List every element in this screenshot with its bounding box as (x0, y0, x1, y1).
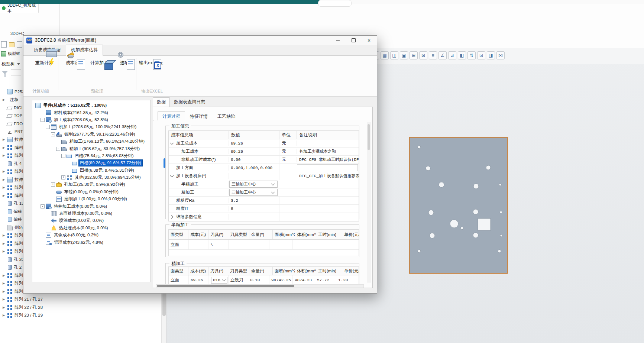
expand-arrow-icon[interactable]: ▶ (3, 234, 7, 237)
column-header[interactable]: 刀具(*) (208, 230, 228, 239)
model-tree-item[interactable]: ▶ 阵列 23 / 孔 29 (0, 311, 161, 320)
table-row[interactable]: 加工方向 0.000,1.000,0.000 (169, 164, 359, 172)
expand-arrow-icon[interactable]: ▶ (3, 194, 7, 197)
tool-dropdown[interactable]: D16 (211, 277, 227, 284)
filter-icon[interactable] (2, 71, 8, 74)
tree-expander[interactable]: + (51, 182, 55, 187)
hole[interactable] (473, 233, 478, 238)
cost-tree-item[interactable]: - 精加工(908.62元, 33.9%;757.18分钟) (32, 145, 151, 152)
tree-expander[interactable]: - (46, 125, 50, 129)
cost-item-value[interactable]: 8 (229, 205, 279, 213)
tree-expander[interactable]: - (41, 118, 45, 122)
app-tab[interactable]: 3DDFC_机加成本 (0, 4, 39, 13)
table-row[interactable]: 加工总成本 69.26 元 (169, 139, 359, 148)
compute-faces-button[interactable]: 计算加工面 (87, 58, 116, 66)
cost-item-value[interactable]: 三轴加工中心 (229, 189, 278, 196)
row-expander[interactable] (169, 156, 175, 164)
column-header[interactable]: 成本(元) (188, 267, 208, 275)
column-header[interactable]: 成本(元) (188, 230, 208, 239)
new-file-icon[interactable] (1, 41, 7, 48)
ribbon-icon[interactable]: ⊠ (419, 51, 427, 59)
hole[interactable] (473, 184, 479, 189)
tool-cell[interactable]: D16 (208, 275, 229, 285)
expand-arrow-icon[interactable]: ▶ (3, 186, 7, 189)
minimize-button[interactable] (330, 36, 346, 45)
cost-tree-item[interactable]: + 孔加工(25.30元, 0.9%;9.92分钟) (32, 181, 151, 188)
table-row[interactable]: 非机动工时成本(*) 0.00 元 DFC_CFG_非机动工时默认值(DFC_C… (169, 156, 359, 164)
col-unit[interactable]: 单位 (279, 131, 297, 139)
cost-tree-item[interactable]: 热处理成本(0.00元, 0.0%) (32, 224, 151, 232)
expand-arrow-icon[interactable]: ▶ (3, 250, 7, 253)
cost-tree-item[interactable]: - 凹槽(75.64元, 2.8%;63.03分钟) (32, 152, 151, 159)
expand-arrow-icon[interactable]: ▶ (3, 242, 7, 245)
hole[interactable] (426, 166, 430, 171)
cost-item-remark[interactable]: DFC_CFG_非机动工时默认值(DFC_CF (297, 156, 359, 164)
row-expander[interactable] (169, 139, 175, 147)
tree-expander[interactable]: - (51, 132, 55, 136)
maximize-button[interactable] (346, 36, 361, 45)
cost-tree-item[interactable]: - 铣削(2677.75元, 99.1%;2231.46分钟) (32, 131, 151, 138)
cost-item-value[interactable]: 3.2 (229, 197, 279, 204)
expand-arrow-icon[interactable]: ▶ (3, 98, 7, 101)
cost-item-remark[interactable] (297, 197, 359, 204)
ribbon-icon[interactable]: ◫ (390, 51, 398, 59)
table-row[interactable]: 详细参数信息 (169, 213, 359, 221)
filter-input[interactable] (11, 69, 21, 75)
model-tree-tab[interactable]: 模型树 (1, 51, 20, 56)
cost-tree-item[interactable]: 车镗(0.00元, 0.0%;0.00分钟) (32, 188, 151, 195)
background-ribbon-tab[interactable]: 3DDFC (10, 31, 24, 36)
column-header[interactable]: 体积(mm^3) (295, 267, 316, 275)
model-tree-item[interactable]: ▶ 阵列 22 / 孔 28 (0, 304, 161, 312)
cost-item-value[interactable] (229, 213, 279, 221)
tab-process-defect[interactable]: 工艺缺陷 (213, 111, 240, 121)
expand-arrow-icon[interactable]: ▶ (3, 170, 7, 173)
column-header[interactable]: 单价(元/min) (342, 267, 359, 275)
row-expander[interactable] (169, 164, 175, 172)
ribbon-icon[interactable]: ⊡ (477, 51, 485, 59)
hole[interactable] (439, 182, 444, 187)
hole[interactable] (428, 210, 434, 215)
cost-tree-item[interactable]: - 特种加工成本(0.00元, 0.0%) (32, 203, 151, 210)
ribbon-icon[interactable]: ▦ (381, 51, 389, 59)
cost-tree-item[interactable]: 凹槽(6.38元, 8.4%;5.31分钟) (32, 167, 151, 174)
column-header[interactable]: 面类型 (169, 267, 188, 275)
cost-locate-button[interactable]: 成本定位 (61, 58, 88, 66)
column-header[interactable]: 工时(min) (316, 267, 342, 275)
save-file-icon[interactable] (17, 41, 22, 48)
col-remark[interactable]: 备注说明 (297, 131, 359, 139)
expand-arrow-icon[interactable]: ▶ (3, 306, 7, 309)
hole[interactable] (430, 233, 435, 238)
cost-item-value[interactable] (229, 172, 279, 180)
hole[interactable] (498, 250, 501, 253)
row-expander[interactable] (169, 172, 175, 180)
open-folder-icon[interactable] (9, 42, 14, 47)
table-row[interactable]: 加工设备机床(*) DFC_CFG_加工设备默认值推荐表(DF (169, 172, 359, 180)
cost-tree-item[interactable]: 管理成本(243.62元, 4.8%) (32, 239, 151, 246)
tab-data[interactable]: 数据 (153, 97, 170, 107)
hole[interactable] (418, 250, 421, 253)
cost-item-value[interactable]: 0.000,1.000,0.000 (229, 164, 279, 172)
column-header[interactable]: 余量(*) (249, 267, 273, 275)
row-expander[interactable] (169, 148, 175, 155)
cost-tree-item[interactable]: 表面处理成本(0.00元, 0.0%) (32, 210, 151, 217)
hole[interactable] (450, 220, 458, 228)
hole[interactable] (486, 165, 491, 170)
expand-arrow-icon[interactable]: ▶ (3, 154, 7, 157)
options-button[interactable]: 选项 (113, 58, 136, 66)
row-expander[interactable] (169, 188, 175, 196)
model-tree-item[interactable]: ▶ 阵列 21 / 孔 27 (0, 295, 161, 304)
square-pocket[interactable] (478, 219, 491, 230)
row-expander[interactable] (169, 205, 175, 213)
cost-tree-item[interactable]: 材料成本(2161.35元, 42.2%) (32, 109, 151, 116)
expand-arrow-icon[interactable]: ▶ (3, 138, 7, 141)
ribbon-icon[interactable]: ⊞ (410, 51, 418, 59)
expand-arrow-icon[interactable]: ▶ (3, 314, 7, 317)
export-excel-button[interactable]: X 输出excel表 (134, 58, 168, 66)
tree-expander[interactable]: - (56, 147, 60, 151)
ribbon-icon[interactable]: ⋈ (496, 51, 505, 59)
expand-arrow-icon[interactable]: ▶ (3, 298, 7, 301)
expand-arrow-icon[interactable]: ▶ (3, 146, 7, 149)
cost-item-remark[interactable] (297, 139, 359, 147)
ribbon-icon[interactable]: ∠ (438, 51, 447, 59)
cost-item-remark[interactable] (297, 205, 359, 213)
